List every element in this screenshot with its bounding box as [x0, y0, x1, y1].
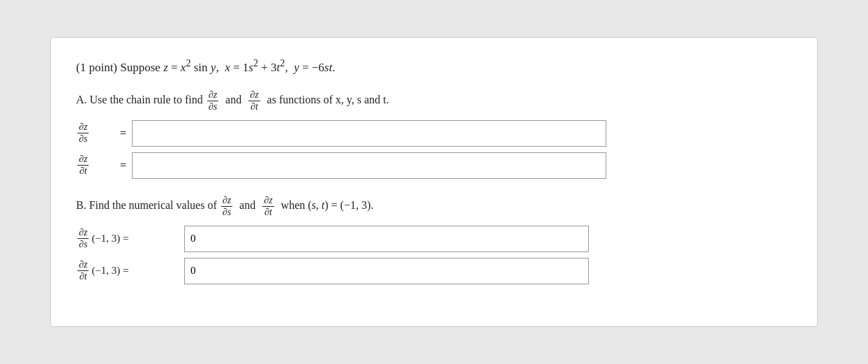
section-a-row1-label: ∂z ∂s — [76, 122, 114, 144]
section-b-row1-label: ∂z ∂s (−1, 3) = — [76, 228, 184, 249]
section-b-row2-label: ∂z ∂t (−1, 3) = — [76, 260, 184, 282]
fraction-dz-ds-b-label: ∂z ∂s — [221, 196, 232, 217]
fraction-dz-ds-b: ∂z ∂s — [77, 228, 89, 249]
fraction-dz-dt-label: ∂z ∂t — [248, 90, 260, 112]
section-a-row2-label: ∂z ∂t — [76, 154, 114, 176]
section-a-input-ds[interactable] — [132, 120, 606, 147]
equals-sign-a1: = — [120, 127, 126, 140]
problem-title: (1 point) Suppose z = x2 sin y, x = 1s2 … — [76, 57, 792, 75]
section-a-row2: ∂z ∂t = — [76, 152, 792, 179]
section-b-input-dt[interactable] — [184, 258, 589, 284]
section-a-row1: ∂z ∂s = — [76, 120, 792, 147]
section-a-input-dt[interactable] — [132, 152, 606, 179]
problem-card: (1 point) Suppose z = x2 sin y, x = 1s2 … — [50, 37, 818, 327]
section-b-label: B. Find the numerical values of ∂z ∂s an… — [76, 196, 792, 217]
fraction-dz-ds-label: ∂z ∂s — [207, 90, 218, 112]
fraction-dz-dt: ∂z ∂t — [77, 154, 89, 176]
fraction-dz-ds: ∂z ∂s — [77, 122, 89, 144]
section-b: B. Find the numerical values of ∂z ∂s an… — [76, 196, 792, 284]
fraction-dz-dt-b: ∂z ∂t — [77, 260, 89, 282]
section-b-row2: ∂z ∂t (−1, 3) = — [76, 258, 792, 284]
section-a: A. Use the chain rule to find ∂z ∂s and … — [76, 90, 792, 179]
section-b-row1: ∂z ∂s (−1, 3) = — [76, 226, 792, 252]
fraction-dz-dt-b-label: ∂z ∂t — [262, 196, 274, 217]
section-a-label: A. Use the chain rule to find ∂z ∂s and … — [76, 90, 792, 112]
section-b-input-ds[interactable] — [184, 226, 589, 252]
equals-sign-a2: = — [120, 159, 126, 172]
